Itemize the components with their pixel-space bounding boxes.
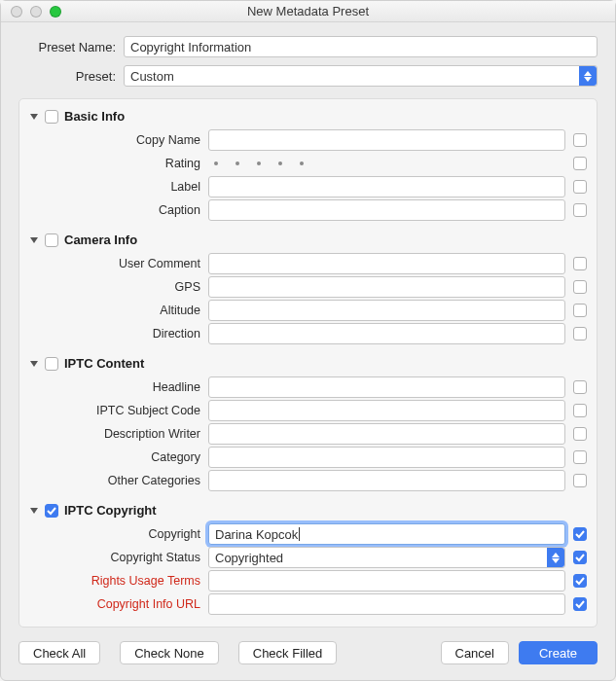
gps-checkbox[interactable] (573, 280, 587, 294)
rights-usage-terms-input[interactable] (208, 570, 565, 591)
minimize-window-button[interactable] (30, 6, 42, 18)
footer: Check All Check None Check Filled Cancel… (1, 627, 615, 680)
row-copyright-info-url-label: Copyright Info URL (29, 597, 208, 611)
copyright-checkbox[interactable] (573, 527, 587, 541)
section-iptc-content-checkbox[interactable] (45, 357, 58, 371)
close-window-button[interactable] (11, 6, 22, 18)
check-all-button[interactable]: Check All (18, 641, 100, 664)
row-category: Category (29, 447, 587, 468)
rating-dots[interactable] (208, 153, 565, 174)
preset-name-row: Preset Name: Copyright Information (18, 36, 598, 57)
section-camera-checkbox[interactable] (45, 233, 58, 247)
preset-row: Preset: Custom (18, 65, 598, 87)
preset-label: Preset: (18, 69, 116, 84)
row-copyright: Copyright Darina Kopcok (29, 523, 587, 545)
row-user-comment-label: User Comment (29, 257, 208, 270)
row-other-categories: Other Categories (29, 470, 587, 491)
row-direction-label: Direction (29, 327, 208, 340)
row-direction: Direction (29, 323, 587, 344)
headline-checkbox[interactable] (573, 380, 587, 394)
caption-input[interactable] (208, 199, 565, 221)
user-comment-checkbox[interactable] (573, 257, 587, 270)
section-basic-info: Basic Info (29, 105, 587, 127)
disclosure-triangle-icon[interactable] (29, 506, 39, 516)
select-stepper-icon (579, 66, 597, 86)
preset-select[interactable]: Custom (124, 65, 598, 87)
sections-panel: Basic Info Copy Name Rating Label Captio… (18, 98, 598, 627)
iptc-subject-code-input[interactable] (208, 400, 565, 421)
rating-checkbox[interactable] (573, 157, 587, 170)
row-copyright-info-url: Copyright Info URL (29, 593, 587, 615)
section-iptc-content-title: IPTC Content (64, 356, 144, 371)
row-rights-usage-terms-label: Rights Usage Terms (29, 574, 208, 588)
copyright-info-url-input[interactable] (208, 593, 565, 615)
disclosure-triangle-icon[interactable] (29, 359, 39, 369)
row-iptc-subject-code: IPTC Subject Code (29, 400, 587, 421)
dialog-window: New Metadata Preset Preset Name: Copyrig… (0, 0, 616, 681)
row-copyright-status: Copyright Status Copyrighted (29, 547, 587, 568)
altitude-checkbox[interactable] (573, 304, 587, 317)
label-checkbox[interactable] (573, 180, 587, 194)
content-area: Preset Name: Copyright Information Prese… (1, 22, 615, 627)
titlebar: New Metadata Preset (1, 1, 615, 22)
footer-left: Check All Check None Check Filled (18, 641, 337, 664)
user-comment-input[interactable] (208, 253, 565, 274)
section-basic-checkbox[interactable] (45, 110, 58, 124)
row-copy-name-label: Copy Name (29, 133, 208, 147)
copy-name-input[interactable] (208, 129, 565, 151)
select-stepper-icon (547, 548, 564, 567)
row-gps: GPS (29, 276, 587, 298)
section-basic-title: Basic Info (64, 109, 125, 124)
window-title: New Metadata Preset (1, 4, 615, 18)
row-caption: Caption (29, 199, 587, 221)
description-writer-input[interactable] (208, 423, 565, 445)
rights-usage-terms-checkbox[interactable] (573, 574, 587, 588)
disclosure-triangle-icon[interactable] (29, 235, 39, 245)
cancel-button[interactable]: Cancel (441, 641, 509, 664)
section-iptc-content: IPTC Content (29, 346, 587, 375)
row-gps-label: GPS (29, 280, 208, 294)
headline-input[interactable] (208, 376, 565, 398)
gps-input[interactable] (208, 276, 565, 298)
direction-input[interactable] (208, 323, 565, 344)
category-input[interactable] (208, 447, 565, 468)
row-rating: Rating (29, 153, 587, 174)
section-camera-title: Camera Info (64, 233, 137, 247)
preset-name-input[interactable]: Copyright Information (124, 36, 598, 57)
other-categories-input[interactable] (208, 470, 565, 491)
copyright-status-checkbox[interactable] (573, 551, 587, 564)
row-headline: Headline (29, 376, 587, 398)
section-iptc-copyright-checkbox[interactable] (45, 504, 58, 518)
copy-name-checkbox[interactable] (573, 133, 587, 147)
row-description-writer-label: Description Writer (29, 427, 208, 441)
copyright-input[interactable]: Darina Kopcok (208, 523, 565, 545)
label-input[interactable] (208, 176, 565, 197)
row-altitude: Altitude (29, 300, 587, 321)
row-label-label: Label (29, 180, 208, 194)
check-filled-button[interactable]: Check Filled (238, 641, 338, 664)
section-camera-info: Camera Info (29, 223, 587, 251)
text-caret-icon (299, 527, 300, 541)
row-category-label: Category (29, 450, 208, 464)
preset-name-label: Preset Name: (18, 40, 116, 54)
row-rights-usage-terms: Rights Usage Terms (29, 570, 587, 591)
iptc-subject-code-checkbox[interactable] (573, 404, 587, 417)
altitude-input[interactable] (208, 300, 565, 321)
caption-checkbox[interactable] (573, 203, 587, 217)
zoom-window-button[interactable] (50, 6, 61, 18)
row-headline-label: Headline (29, 380, 208, 394)
copyright-status-select[interactable]: Copyrighted (208, 547, 565, 568)
row-rating-label: Rating (29, 157, 208, 170)
description-writer-checkbox[interactable] (573, 427, 587, 441)
category-checkbox[interactable] (573, 450, 587, 464)
copyright-info-url-checkbox[interactable] (573, 597, 587, 611)
traffic-lights (11, 6, 61, 18)
preset-select-value: Custom (130, 69, 174, 84)
direction-checkbox[interactable] (573, 327, 587, 340)
row-copyright-label: Copyright (29, 527, 208, 541)
row-copy-name: Copy Name (29, 129, 587, 151)
create-button[interactable]: Create (519, 641, 598, 664)
disclosure-triangle-icon[interactable] (29, 112, 39, 122)
other-categories-checkbox[interactable] (573, 474, 587, 487)
check-none-button[interactable]: Check None (120, 641, 219, 664)
